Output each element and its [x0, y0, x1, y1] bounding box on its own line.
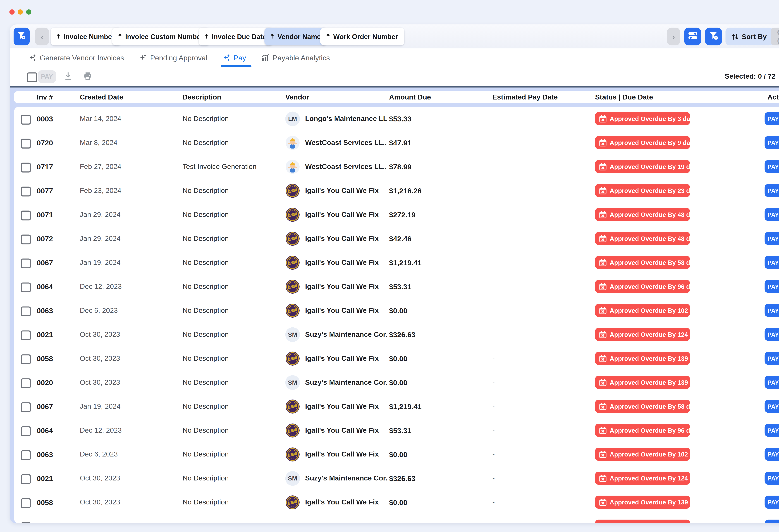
created-date [80, 514, 179, 523]
pay-button[interactable]: PAY [765, 256, 779, 269]
filter-menu-button[interactable] [13, 27, 30, 45]
pills-scroll-right-button[interactable]: › [667, 27, 680, 45]
filter-pill-vendor-name[interactable]: Vendor Name [264, 27, 327, 45]
tab-pending-approval[interactable]: Pending Approval [139, 49, 207, 67]
pay-button[interactable]: PAY [765, 328, 779, 341]
status-badge: Approved Overdue By 19 da... [595, 160, 690, 173]
pay-button[interactable]: PAY [765, 136, 779, 149]
status-badge-label: Approved Overdue By 48 da... [610, 211, 690, 218]
header-vendor: Vendor [285, 91, 309, 103]
clear-filters-button[interactable]: Clear (0) [771, 27, 779, 45]
add-filter-button[interactable] [705, 27, 722, 45]
window-close-button[interactable] [9, 9, 14, 14]
pay-split-button: PAY [765, 400, 779, 413]
pay-button[interactable]: PAY [765, 304, 779, 317]
vendor-cell: UCWF Igall's You Call We Fix [285, 394, 387, 418]
actions-cell: PAY [765, 179, 779, 203]
vendor-avatar: UCWF [285, 207, 300, 222]
table-row: 0077 Feb 23, 2024 No Description UCWF Ig… [14, 179, 779, 203]
download-icon[interactable] [64, 72, 72, 81]
status-badge: Approved Overdue By 124 d... [595, 328, 690, 341]
pay-button[interactable]: PAY [765, 472, 779, 484]
estimated-pay-date: - [492, 274, 591, 298]
pay-button[interactable]: PAY [765, 376, 779, 389]
pills-scroll-left-button[interactable]: ‹ [35, 27, 49, 45]
created-date: Oct 30, 2023 [80, 490, 179, 514]
filter-pill-invoice-due-date[interactable]: Invoice Due Date [199, 27, 273, 45]
window-zoom-button[interactable] [26, 9, 31, 14]
toggles-icon [688, 31, 698, 42]
print-icon[interactable] [83, 72, 92, 80]
description [183, 514, 282, 523]
bulk-pay-button[interactable]: PAY [38, 70, 56, 83]
actions-cell: PAY [765, 490, 779, 514]
pin-icon [269, 33, 275, 40]
pay-button[interactable]: PAY [765, 160, 779, 173]
estimated-pay-date: - [492, 322, 591, 346]
filter-pill-label: Invoice Due Date [212, 32, 266, 40]
sparkle-icon [223, 54, 230, 62]
filter-pill-invoice-number[interactable]: Invoice Number [51, 27, 121, 45]
amount-due: $326.63 [389, 322, 488, 346]
pay-button[interactable]: PAY [765, 400, 779, 413]
tab-payable-analytics[interactable]: Payable Analytics [261, 49, 330, 67]
pay-button[interactable]: PAY [765, 208, 779, 221]
filter-toolbar: ‹ Invoice Number Invoice Custom Number I… [10, 24, 779, 49]
select-all-checkbox[interactable] [27, 72, 37, 82]
estimated-pay-date: - [492, 370, 591, 394]
header-status-due-date: Status | Due Date [595, 91, 653, 103]
worker-avatar [285, 159, 300, 174]
calendar-x-icon [599, 403, 606, 410]
invoice-number: 0071 [29, 203, 60, 226]
actions-cell: PAY [765, 131, 779, 154]
actions-cell: PAY [765, 298, 779, 322]
calendar-x-icon [599, 163, 606, 170]
ucwf-logo: UCWF [285, 423, 300, 438]
vendor-cell [285, 514, 387, 523]
actions-cell: PAY [765, 394, 779, 418]
column-toggles-button[interactable] [684, 27, 701, 45]
vendor-avatar [285, 159, 300, 174]
pay-button[interactable]: PAY [765, 184, 779, 197]
tab-label: Pending Approval [150, 54, 207, 62]
pay-button[interactable]: PAY [765, 448, 779, 461]
estimated-pay-date: - [492, 203, 591, 226]
estimated-pay-date: - [492, 154, 591, 179]
window-minimize-button[interactable] [18, 9, 23, 14]
pay-button[interactable]: PAY [765, 352, 779, 364]
status-badge-label: Approved Overdue By 96 da... [610, 426, 690, 434]
status-badge: Approved Overdue By 96 da... [595, 280, 690, 293]
created-date: Dec 6, 2023 [80, 442, 179, 466]
invoice-number: 0058 [29, 490, 60, 514]
pay-split-button: PAY [765, 160, 779, 173]
sort-by-button[interactable]: Sort By [726, 27, 773, 45]
tab-pay[interactable]: Pay [223, 49, 246, 67]
header-inv: Inv # [29, 91, 60, 103]
estimated-pay-date: - [492, 442, 591, 466]
pay-button[interactable]: PAY [765, 232, 779, 245]
filter-pill-work-order-number[interactable]: Work Order Number [320, 27, 404, 45]
vendor-cell: SM Suzy's Maintenance Cor... [285, 370, 387, 394]
pay-button[interactable]: PAY [765, 424, 779, 437]
pay-button[interactable]: PAY [765, 280, 779, 293]
actions-cell: PAY [765, 442, 779, 466]
pay-button[interactable]: PAY [765, 112, 779, 125]
vendor-name: Igall's You Call We Fix [305, 354, 379, 362]
vendor-avatar: UCWF [285, 183, 300, 198]
status-cell: Approved Overdue By 9 days [595, 131, 700, 154]
status-badge: Approved Overdue By 102 d... [595, 448, 690, 461]
invoice-number: 0003 [29, 107, 60, 131]
ucwf-logo: UCWF [285, 255, 300, 270]
pay-button[interactable]: PAY [765, 520, 779, 523]
estimated-pay-date: - [492, 298, 591, 322]
header-amount-due: Amount Due [389, 91, 431, 103]
actions-cell: PAY [765, 346, 779, 370]
status-badge: Approved Overdue By 102 d... [595, 304, 690, 317]
pay-button[interactable]: PAY [765, 496, 779, 509]
vendor-avatar: UCWF [285, 231, 300, 246]
calendar-x-icon [599, 379, 606, 386]
amount-due: $53.31 [389, 418, 488, 442]
tab-generate-vendor-invoices[interactable]: Generate Vendor Invoices [29, 49, 124, 67]
pay-split-button: PAY [765, 496, 779, 509]
filter-pill-invoice-custom-number[interactable]: Invoice Custom Number [112, 27, 209, 45]
